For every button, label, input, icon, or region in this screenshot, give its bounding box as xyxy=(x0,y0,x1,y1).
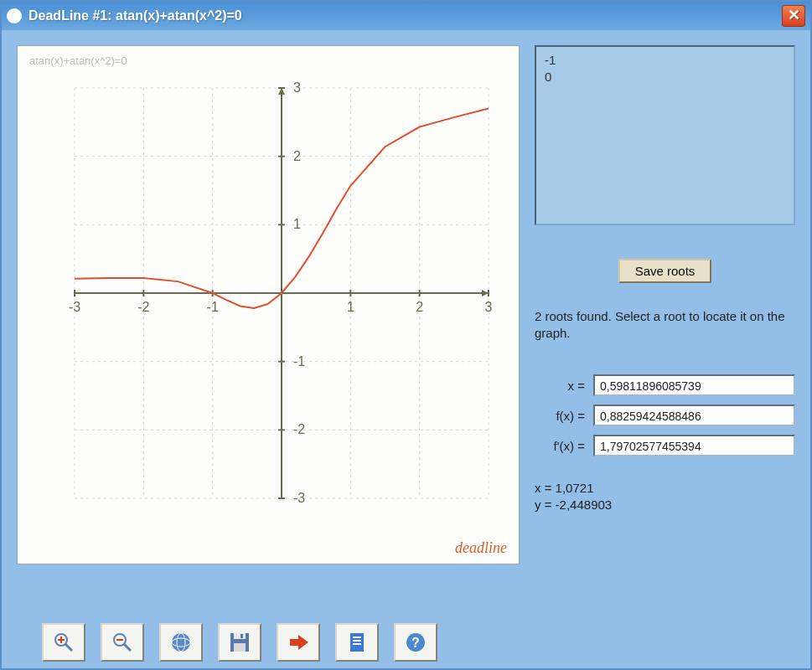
toolbar: ? xyxy=(17,616,795,662)
svg-line-42 xyxy=(65,644,72,651)
svg-text:-2: -2 xyxy=(293,422,305,436)
svg-text:1: 1 xyxy=(347,300,354,314)
export-button[interactable] xyxy=(277,623,320,662)
zoom-in-icon xyxy=(52,631,75,654)
client-area: atan(x)+atan(x^2)=0 -3-2-1123-3-2-1123 d… xyxy=(2,30,810,668)
svg-rect-55 xyxy=(350,633,364,652)
svg-text:-1: -1 xyxy=(293,354,305,368)
app-window: DeadLine #1: atan(x)+atan(x^2)=0 ✕ atan(… xyxy=(0,0,812,670)
help-icon: ? xyxy=(404,631,427,654)
x-label: x = xyxy=(535,379,585,393)
zoom-in-button[interactable] xyxy=(42,623,85,662)
svg-rect-54 xyxy=(240,634,243,638)
graph-panel[interactable]: atan(x)+atan(x^2)=0 -3-2-1123-3-2-1123 d… xyxy=(17,45,520,564)
cursor-y: y = -2,448903 xyxy=(535,497,795,513)
document-icon xyxy=(345,631,369,654)
fx-value-field[interactable]: 0,88259424588486 xyxy=(593,405,795,426)
x-value-field[interactable]: 0,59811896085739 xyxy=(593,374,795,396)
cursor-x: x = 1,0721 xyxy=(535,480,795,497)
svg-rect-57 xyxy=(353,640,361,642)
zoom-out-button[interactable] xyxy=(101,623,144,662)
arrow-right-icon xyxy=(287,631,310,654)
close-button[interactable]: ✕ xyxy=(782,5,805,27)
globe-icon xyxy=(169,631,193,654)
svg-text:-3: -3 xyxy=(69,300,80,314)
svg-text:-3: -3 xyxy=(293,491,305,505)
brand-watermark: deadline xyxy=(455,539,507,557)
svg-rect-56 xyxy=(353,636,361,638)
window-title: DeadLine #1: atan(x)+atan(x^2)=0 xyxy=(28,8,242,23)
svg-point-48 xyxy=(172,633,190,652)
svg-text:?: ? xyxy=(411,636,420,650)
cursor-readout: x = 1,0721 y = -2,448903 xyxy=(535,480,795,513)
svg-text:2: 2 xyxy=(416,300,423,314)
zoom-out-icon xyxy=(111,631,134,654)
fx-label: f(x) = xyxy=(535,409,585,423)
close-icon: ✕ xyxy=(788,7,800,23)
svg-rect-58 xyxy=(353,643,361,645)
save-roots-button[interactable]: Save roots xyxy=(618,259,712,283)
recenter-button[interactable] xyxy=(159,623,203,662)
svg-text:2: 2 xyxy=(293,149,301,163)
graph-caption: atan(x)+atan(x^2)=0 xyxy=(29,54,127,67)
help-button[interactable]: ? xyxy=(394,623,437,662)
copy-button[interactable] xyxy=(335,623,379,662)
save-image-button[interactable] xyxy=(218,623,261,662)
svg-rect-53 xyxy=(234,643,246,652)
roots-listbox[interactable]: -1 0 xyxy=(535,45,795,225)
side-column: -1 0 Save roots 2 roots found. Select a … xyxy=(535,45,795,608)
svg-text:3: 3 xyxy=(485,300,493,314)
function-plot: -3-2-1123-3-2-1123 xyxy=(33,71,505,540)
floppy-icon xyxy=(228,631,251,654)
roots-hint-text: 2 roots found. Select a root to locate i… xyxy=(535,308,795,341)
titlebar: DeadLine #1: atan(x)+atan(x^2)=0 ✕ xyxy=(2,2,810,30)
fpx-label: f'(x) = xyxy=(535,439,585,453)
svg-text:-2: -2 xyxy=(137,300,149,314)
svg-rect-52 xyxy=(234,633,246,639)
value-readouts: x = 0,59811896085739 f(x) = 0,8825942458… xyxy=(535,374,795,465)
svg-line-46 xyxy=(124,644,131,651)
svg-text:-1: -1 xyxy=(207,300,219,314)
fpx-value-field[interactable]: 1,79702577455394 xyxy=(593,435,795,456)
svg-text:3: 3 xyxy=(293,80,301,95)
app-icon xyxy=(7,8,22,23)
svg-text:1: 1 xyxy=(293,217,301,231)
